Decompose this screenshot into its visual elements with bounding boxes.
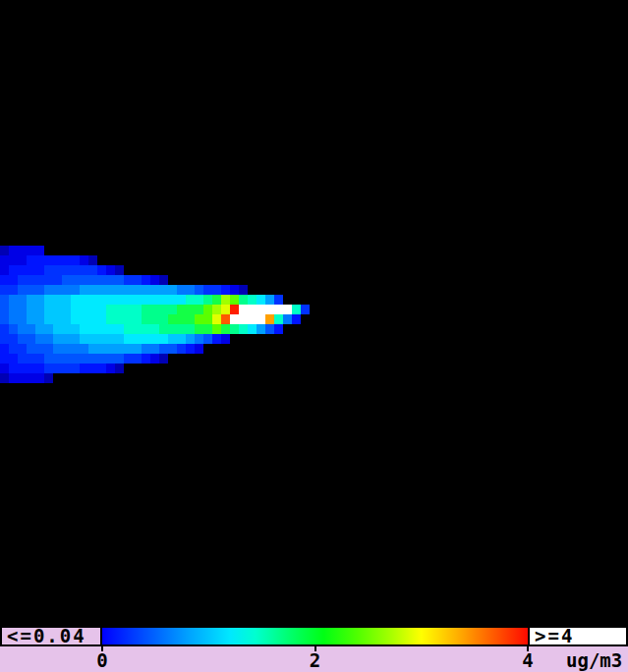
- tick-label: 4: [522, 649, 533, 671]
- legend-min-label: <=0.04: [7, 626, 86, 646]
- copyright-text: Copyright 2025 Plume Plotter: [2, 646, 118, 672]
- plume-heatmap: [0, 0, 628, 626]
- legend-bar-row: <=0.04 >=4: [0, 626, 628, 646]
- legend-max-label: >=4: [535, 626, 574, 646]
- tick-label: 2: [310, 649, 320, 671]
- plume-plotter-window: <=0.04 >=4 024 Copyright 2025 Plume Plot…: [0, 0, 628, 672]
- units-label: ug/m3: [566, 649, 622, 671]
- legend-max-box: >=4: [528, 626, 628, 646]
- legend: <=0.04 >=4 024 Copyright 2025 Plume Plot…: [0, 626, 628, 672]
- legend-gradient-bar: [102, 626, 528, 646]
- legend-min-box: <=0.04: [0, 626, 102, 646]
